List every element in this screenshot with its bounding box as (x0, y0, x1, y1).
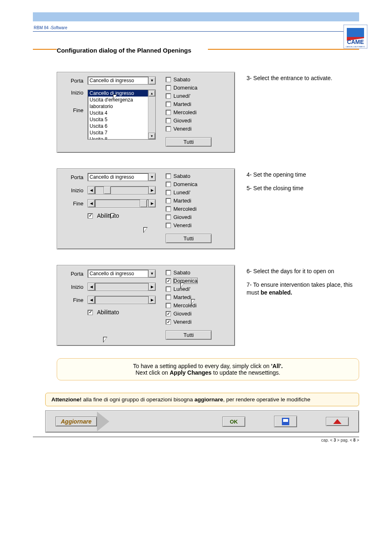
arrow-right-icon[interactable]: ▶ (148, 199, 156, 207)
chk-martedi[interactable] (166, 295, 171, 300)
chk-martedi[interactable] (166, 101, 171, 107)
day-label: Venerdi (173, 319, 191, 325)
day-label: Domenica (173, 181, 198, 187)
step6-text: 6- Select the days for it to open on (247, 267, 359, 275)
chk-giovedi[interactable] (166, 118, 171, 123)
tutti-button[interactable]: Tutti (166, 330, 212, 340)
tutti-button[interactable]: Tutti (166, 234, 212, 243)
chk-giovedi[interactable] (166, 214, 171, 220)
tutti-button[interactable]: Tutti (166, 137, 212, 147)
label-fine: Fine (62, 200, 83, 207)
arrow-left-icon[interactable]: ◀ (88, 186, 95, 194)
arrow-down-icon[interactable]: ▼ (148, 133, 155, 139)
day-label: Lunedi' (173, 286, 191, 292)
list-item[interactable]: Uscita 4 (88, 110, 155, 116)
chk-venerdi[interactable] (166, 223, 171, 228)
label-porta: Porta (62, 78, 83, 84)
list-item[interactable]: laboratorio (88, 103, 155, 110)
came-logo: CAME CANCELLI AUTOMATICI (344, 25, 367, 48)
fine-slider[interactable]: ◀ ▶ (88, 296, 156, 304)
chk-venerdi[interactable] (166, 126, 171, 131)
day-label: Martedi (173, 294, 191, 300)
day-label: Giovedi (173, 214, 191, 220)
chevron-down-icon[interactable]: ▼ (148, 269, 156, 278)
page-footer: cap. < 3 > pag. < 8 > (33, 438, 359, 442)
label-inizio: Inizio (62, 90, 83, 96)
home-icon (333, 419, 341, 424)
step5-text: 5- Set the closing time (247, 184, 359, 192)
chevron-down-icon[interactable]: ▼ (148, 76, 156, 85)
porta-listbox[interactable]: Cancello di ingresso Uscita d'emergenza … (88, 90, 156, 140)
chk-lunedi[interactable] (166, 286, 171, 292)
porta-combo-text: Cancello di ingresso (88, 173, 148, 181)
chk-mercoledi[interactable] (166, 206, 171, 212)
day-label: Giovedi (173, 117, 191, 124)
listbox-scrollbar[interactable]: ▲ ▼ (148, 90, 155, 139)
bottom-toolbar: Aggiornare OK (45, 410, 359, 433)
chk-mercoledi[interactable] (166, 303, 171, 308)
chevron-down-icon[interactable]: ▼ (148, 173, 156, 181)
porta-combo[interactable]: Cancello di ingresso ▼ (88, 76, 156, 85)
label-inizio: Inizio (62, 284, 83, 290)
chk-domenica[interactable] (166, 182, 171, 187)
inizio-slider[interactable]: ◀ ▶ (88, 283, 156, 291)
step4-text: 4- Set the opening time (247, 171, 359, 179)
footer-rule (33, 437, 359, 437)
porta-combo[interactable]: Cancello di ingresso ▼ (88, 269, 156, 278)
label-porta: Porta (62, 271, 83, 277)
chk-abilitato[interactable] (88, 213, 93, 219)
label-fine: Fine (62, 297, 83, 303)
slider-thumb[interactable] (140, 199, 147, 207)
chk-abilitato[interactable] (88, 310, 93, 315)
inizio-slider[interactable]: ◀ ▶ (88, 186, 156, 194)
arrow-left-icon[interactable]: ◀ (88, 296, 95, 304)
slider-thumb[interactable] (104, 186, 111, 194)
home-button[interactable] (326, 417, 349, 426)
floppy-icon (282, 418, 289, 425)
header-blue-bar (33, 12, 359, 21)
dialog-step3: Porta Cancello di ingresso ▼ Inizio Fine (57, 72, 235, 153)
chk-mercoledi[interactable] (166, 110, 171, 115)
day-label: Mercoledi (173, 206, 196, 212)
list-item[interactable]: Cancello di ingresso (88, 90, 155, 97)
chk-sabato[interactable] (166, 77, 171, 82)
aggiornare-label: Aggiornare (55, 417, 97, 426)
day-label: Martedi (173, 101, 191, 107)
list-item[interactable]: Uscita 5 (88, 116, 155, 123)
save-button[interactable] (274, 416, 297, 427)
list-item[interactable]: Uscita 6 (88, 123, 155, 129)
svg-marker-1 (347, 28, 364, 37)
arrow-right-icon[interactable]: ▶ (148, 283, 156, 291)
chk-giovedi[interactable] (166, 311, 171, 316)
day-label: Giovedi (173, 311, 191, 317)
fine-slider[interactable]: ◀ ▶ (88, 199, 156, 207)
chk-martedi[interactable] (166, 198, 171, 203)
chk-lunedi[interactable] (166, 190, 171, 195)
label-porta: Porta (62, 174, 83, 180)
list-item[interactable]: Uscita d'emergenza (88, 97, 155, 103)
chk-sabato[interactable] (166, 270, 171, 275)
day-label: Venerdi (173, 126, 191, 132)
list-item[interactable]: Uscita 7 (88, 129, 155, 136)
chk-domenica[interactable] (166, 278, 171, 283)
arrow-up-icon[interactable]: ▲ (148, 90, 155, 97)
chk-sabato[interactable] (166, 173, 171, 179)
ok-button[interactable]: OK (222, 417, 245, 427)
porta-combo-text: Cancello di ingresso (88, 269, 148, 278)
arrow-right-icon[interactable]: ▶ (148, 296, 156, 304)
aggiornare-arrow: Aggiornare (55, 412, 109, 431)
page-title: Configuration dialog of the Planned Open… (57, 47, 208, 54)
list-item[interactable]: Uscita 8 (88, 136, 155, 140)
logo-text: CAME (347, 39, 364, 45)
arrow-left-icon[interactable]: ◀ (88, 199, 95, 207)
chk-venerdi[interactable] (166, 319, 171, 325)
day-label: Domenica (173, 278, 198, 284)
label-abilitato: Abilittato (97, 212, 119, 219)
dialog-step45: Porta Cancello di ingresso ▼ Inizio ◀ ▶ (57, 168, 235, 249)
porta-combo[interactable]: Cancello di ingresso ▼ (88, 173, 156, 181)
arrow-right-icon[interactable]: ▶ (148, 186, 156, 194)
chk-domenica[interactable] (166, 85, 171, 90)
day-label: Martedi (173, 198, 191, 204)
chk-lunedi[interactable] (166, 93, 171, 99)
arrow-left-icon[interactable]: ◀ (88, 283, 95, 291)
